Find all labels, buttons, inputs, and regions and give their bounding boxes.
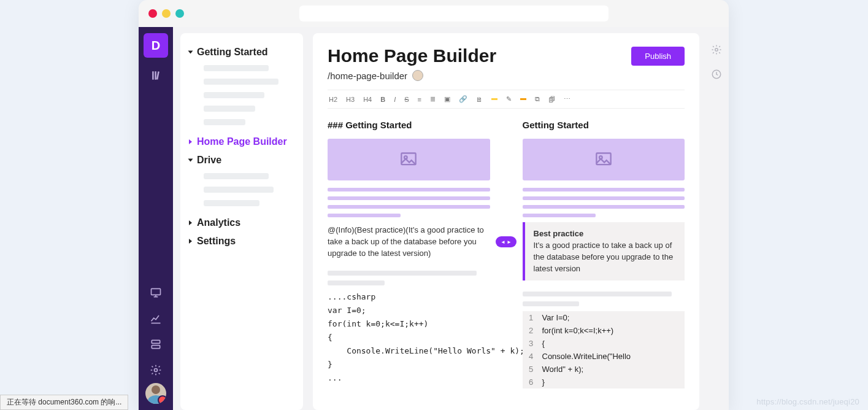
browser-window: D Getting Started Home Page Builder Driv… [139, 0, 729, 410]
tree-item-analytics[interactable]: Analytics [186, 214, 297, 232]
svg-point-8 [715, 48, 718, 52]
tb-pen[interactable]: ✎ [506, 95, 512, 103]
tree-label: Drive [197, 155, 221, 166]
code-block: 1Var I=0; 2for(int k=0;k<=I;k++) 3{ 4 Co… [523, 311, 685, 389]
history-icon[interactable] [711, 69, 722, 82]
tb-highlight2-icon[interactable] [520, 98, 526, 100]
image-placeholder-icon [328, 139, 490, 180]
swap-panes-icon[interactable] [496, 236, 517, 247]
tb-doc[interactable]: 🗎 [476, 96, 483, 103]
svg-rect-2 [152, 346, 159, 349]
server-icon[interactable] [139, 331, 173, 357]
monitor-icon[interactable] [139, 280, 173, 306]
tree-children-placeholder [186, 61, 297, 133]
user-avatar[interactable] [145, 383, 166, 404]
tb-ul[interactable]: ≡ [418, 96, 421, 103]
tb-bold[interactable]: B [380, 96, 385, 103]
minimize-dot[interactable] [162, 9, 171, 18]
right-utility-strip [704, 27, 729, 410]
svg-rect-1 [152, 340, 159, 343]
image-placeholder-icon [523, 139, 685, 180]
tb-more[interactable]: ⋯ [564, 95, 570, 103]
analytics-icon[interactable] [139, 306, 173, 331]
close-dot[interactable] [148, 9, 157, 18]
tree-label: Getting Started [197, 47, 268, 58]
maximize-dot[interactable] [175, 9, 184, 18]
browser-chrome [139, 0, 729, 27]
tree-label: Analytics [197, 217, 240, 228]
markdown-source-pane[interactable]: ### Getting Started @(Info)(Best practic… [328, 120, 507, 389]
app-logo[interactable]: D [144, 33, 168, 58]
tree-item-home-page-builder[interactable]: Home Page Builder [186, 133, 297, 151]
page-slug[interactable]: /home-page-builder [328, 71, 407, 81]
editor-toolbar: H2 H3 H4 B I S ≡ ≣ ▣ 🔗 🗎 ✎ ⧉ 🗐 ⋯ [328, 90, 685, 109]
editor-main: Home Page Builder Publish /home-page-bui… [313, 33, 699, 410]
callout-body: It's a good practice to take a back up o… [534, 241, 674, 273]
split-editor: ### Getting Started @(Info)(Best practic… [328, 120, 685, 389]
callout-raw-text: @(Info)(Best practice)(It's a good pract… [328, 225, 487, 260]
tb-copy[interactable]: ⧉ [535, 95, 540, 103]
document-tree: Getting Started Home Page Builder Drive … [180, 33, 303, 410]
tree-label: Settings [197, 236, 236, 247]
tb-strike[interactable]: S [404, 96, 409, 103]
tb-highlight-icon[interactable] [491, 98, 497, 100]
tb-paste[interactable]: 🗐 [548, 96, 555, 103]
preview-pane: Getting Started Best practice It's a goo… [507, 120, 685, 389]
callout-box: Best practice It's a good practice to ta… [523, 222, 685, 280]
tree-children-placeholder [186, 169, 297, 214]
library-icon[interactable] [139, 63, 173, 88]
tb-ol[interactable]: ≣ [430, 95, 436, 103]
tree-item-drive[interactable]: Drive [186, 151, 297, 169]
tb-link[interactable]: 🔗 [459, 95, 467, 103]
svg-point-3 [155, 369, 158, 372]
author-avatar-icon[interactable] [412, 70, 423, 81]
settings-icon[interactable] [139, 357, 173, 383]
source-heading: ### Getting Started [328, 120, 490, 130]
svg-rect-0 [152, 288, 161, 295]
tb-h4[interactable]: H4 [363, 96, 372, 103]
tb-image[interactable]: ▣ [444, 95, 450, 103]
code-raw: ....csharp var I=0; for(int k=0;k<=I;k++… [328, 290, 490, 385]
tb-h3[interactable]: H3 [346, 96, 355, 103]
page-title: Home Page Builder [328, 45, 496, 66]
tb-italic[interactable]: I [394, 96, 396, 103]
callout-title: Best practice [534, 228, 677, 240]
gear-icon[interactable] [711, 44, 722, 58]
publish-button[interactable]: Publish [631, 47, 685, 66]
left-rail: D [139, 27, 173, 410]
url-bar[interactable] [299, 6, 609, 21]
app-shell: D Getting Started Home Page Builder Driv… [139, 27, 729, 410]
tree-label: Home Page Builder [197, 136, 287, 147]
tree-item-getting-started[interactable]: Getting Started [186, 43, 297, 61]
preview-heading: Getting Started [523, 120, 685, 130]
browser-status-bar: 正在等待 document360.com 的响... [0, 395, 128, 410]
tree-item-settings[interactable]: Settings [186, 232, 297, 250]
watermark-text: https://blog.csdn.net/jueqi20 [756, 397, 859, 406]
tb-h2[interactable]: H2 [329, 96, 337, 103]
